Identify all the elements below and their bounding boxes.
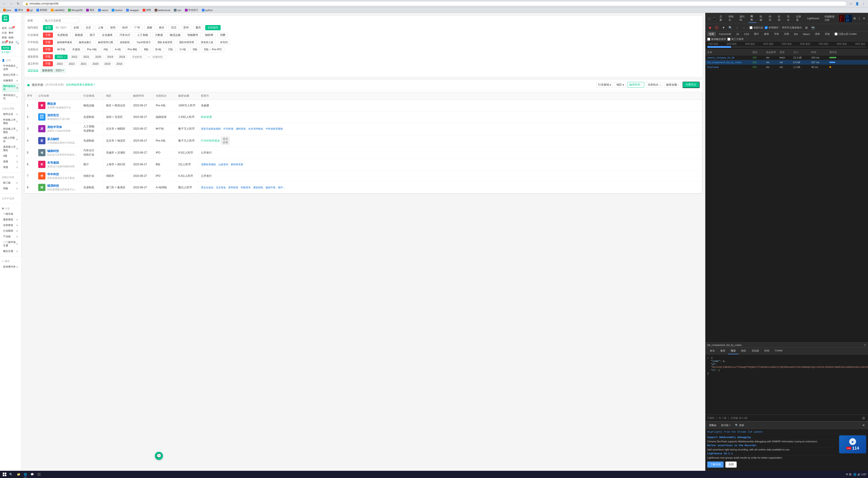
date-end-input[interactable] <box>151 55 167 59</box>
sidebar-market-connect[interactable]: 一二级市场互通⊞ <box>2 239 20 248</box>
net-filter-media[interactable]: 媒体 <box>762 32 771 36</box>
sidebar-hk-stock[interactable]: 港股⊞ <box>2 159 20 164</box>
forward-button[interactable]: → <box>8 1 14 6</box>
filter-recent-unlimited[interactable]: 不限 <box>43 54 53 59</box>
net-filter-font[interactable]: 字体 <box>772 32 781 36</box>
bookmark-project[interactable]: 项目 <box>85 8 96 12</box>
console-tab-search[interactable]: 🔍 搜索 <box>733 423 746 428</box>
bookmark-thesis[interactable]: 毕业设计 <box>184 8 199 12</box>
sidebar-concept-connect[interactable]: 概念互通⊞ <box>2 248 20 254</box>
chat-bubble[interactable]: 💬 <box>155 452 163 460</box>
filter-round-pre-b[interactable]: Pre-B轮 <box>125 47 140 53</box>
filter-pill-round[interactable]: 当前轮次 ↓ <box>646 82 662 88</box>
filter-region-beijing[interactable]: 北京 <box>83 25 94 31</box>
filter-special-unlimited[interactable]: 不限 <box>43 40 53 45</box>
bookmark-swagger[interactable]: swagger <box>125 8 141 12</box>
filter-round-e-ipo[interactable]: E轮 ~ Pre-IPO <box>202 47 224 53</box>
taskbar-app-explorer[interactable]: 📁 <box>16 471 22 478</box>
filter-tags-input[interactable] <box>43 18 79 23</box>
filter-pill-industry[interactable]: 行业领域 ▾ <box>596 82 613 88</box>
investor-link-2[interactable]: 铸创资通 <box>201 115 212 119</box>
bookmark-rabbitmq[interactable]: rabbitMQ <box>50 8 66 12</box>
nav-event[interactable]: 事件 <box>8 31 14 35</box>
devtools-more-icon[interactable]: ⋮ <box>857 15 862 21</box>
bookmark-algo[interactable]: 算法 <box>13 8 24 12</box>
video-thumbnail[interactable]: ▶ new 114 <box>839 435 866 453</box>
devtools-settings-icon[interactable]: ⚙ <box>852 15 857 21</box>
nav-more[interactable]: 更多 <box>8 40 14 45</box>
devtools-tab-security[interactable]: 安全 <box>785 14 793 23</box>
bookmark-thread[interactable]: 多线程 <box>35 8 49 12</box>
network-disable-cache[interactable]: 停用缓存 <box>765 26 778 29</box>
filter-founded-2020[interactable]: 2020 <box>90 62 101 66</box>
console-close-btn[interactable]: ✕ <box>861 422 866 428</box>
filter-industry-iot[interactable]: 物联网 <box>203 32 216 38</box>
devtools-tab-source[interactable]: 源代码 <box>737 14 747 23</box>
sidebar-invest-lib[interactable]: 投资事件库⊞ <box>2 264 20 270</box>
company-name-2[interactable]: 深圳世芯 <box>47 113 70 117</box>
feedback-button-4[interactable]: 意见反馈 <box>221 137 229 145</box>
filter-region-chongqing[interactable]: 重庆 <box>193 25 204 31</box>
filter-special-continuous[interactable]: 连续获投 <box>117 40 132 45</box>
filter-round-b-plus[interactable]: B+轮 <box>153 47 164 53</box>
filter-round-a[interactable]: A轮 <box>101 47 111 53</box>
request-tab-preview[interactable]: 预览 <box>728 348 739 354</box>
sidebar-primary-market[interactable]: 一级市场 <box>2 211 20 217</box>
filter-round-pre-a[interactable]: Pre-A轮 <box>85 47 99 53</box>
bookmark-btn[interactable]: ☆ <box>848 1 854 6</box>
bookmark-nacos[interactable]: nacos <box>97 8 110 12</box>
filter-region-guangzhou[interactable]: 广州 <box>132 25 143 31</box>
devtools-tab-performance[interactable]: 性能 <box>757 14 766 23</box>
filter-round-seed[interactable]: 种子轮 <box>55 47 68 53</box>
filter-industry-energy[interactable]: 新能源 <box>72 32 86 38</box>
filter-round-unlimited[interactable]: 不限 <box>43 47 53 52</box>
filter-industry-unlimited[interactable]: 不限 <box>43 33 53 38</box>
network-row-3[interactable]: heart-beat 200 xhr xhr 1.2 kB 45 ms <box>706 65 868 70</box>
nav-company[interactable]: 公司N <box>8 26 14 31</box>
filter-region-nationwide[interactable]: 全国 <box>71 25 81 31</box>
filter-founded-2018[interactable]: 2018 <box>114 62 125 66</box>
devtools-tab-perf-analysis[interactable]: 性能数据分析 <box>822 14 838 23</box>
table-full-data-link[interactable]: 去机构版查看全量数据 > <box>66 83 95 87</box>
filter-region-chengdu[interactable]: 成都 <box>144 25 155 31</box>
filter-industry-logistics[interactable]: 物流运输 <box>167 32 183 38</box>
sidebar-4-board[interactable]: 四板⊞ <box>2 185 20 191</box>
status-bar-icon[interactable]: ⊡ <box>861 415 866 421</box>
devtools-device-btn[interactable]: 📱 <box>712 15 716 21</box>
filter-year-2023[interactable]: 2023 × <box>55 55 68 59</box>
filter-round-b[interactable]: B轮 <box>142 47 151 53</box>
sidebar-star-market[interactable]: 科创板上市预告⊞ <box>2 117 20 126</box>
sidebar-all-track[interactable]: 全部赛道⊞ <box>2 223 20 228</box>
company-name-3[interactable]: 原粒半导体 <box>47 125 70 129</box>
bookmark-betterwood[interactable]: betterwood <box>153 8 172 12</box>
nav-report[interactable]: 研报 <box>1 35 8 40</box>
date-start-input[interactable] <box>131 55 147 59</box>
bookmark-docker[interactable]: docker <box>110 8 124 12</box>
filter-industry-manufacturing[interactable]: 先进制造 <box>55 32 70 38</box>
filter-region-all-active[interactable]: 全国 <box>43 25 53 30</box>
request-tab-payload[interactable]: 载荷 <box>718 348 728 354</box>
nav-search[interactable]: 🔍 <box>15 40 20 45</box>
net-filter-js[interactable]: JS <box>735 32 741 36</box>
filter-industry-ai[interactable]: 人工智能 <box>135 32 151 38</box>
devtools-close-icon[interactable]: ✕ <box>862 15 866 21</box>
net-filter-doc[interactable]: 文档 <box>782 32 791 36</box>
nav-org[interactable]: 机构 <box>8 35 14 40</box>
bookmark-java[interactable]: java <box>2 8 12 12</box>
filter-round-c-plus[interactable]: C+轮 <box>177 47 188 53</box>
expand-arrow-root[interactable]: ▾ <box>707 357 709 360</box>
sidebar-a-stock[interactable]: A股⊞ <box>2 153 20 159</box>
filter-round-a-plus[interactable]: A+轮 <box>112 47 123 53</box>
filter-industry-consumer[interactable]: 消费 <box>217 32 228 38</box>
request-tab-headers[interactable]: 标头 <box>707 348 718 354</box>
nav-home[interactable]: 首页 <box>1 26 8 31</box>
devtools-tab-recorder[interactable]: 记录器 <box>794 14 804 23</box>
filter-region-all-cities[interactable]: 全部城市 <box>205 25 221 30</box>
investor-link-8[interactable]: 君合众创业、北京资金、君和投资、利粉资本、通道创投、磁创中投、枙中... <box>201 186 285 189</box>
taskbar-windows-icon[interactable] <box>2 472 7 477</box>
net-filter-fetch[interactable]: Fetch/XHR <box>717 32 733 36</box>
company-name-7[interactable]: 华丰科技 <box>47 172 76 176</box>
filter-special-highfreq[interactable]: 融资频率最高 <box>55 40 74 45</box>
filter-year-2021[interactable]: 2021 <box>81 55 92 59</box>
taskbar-lang[interactable]: 中 英 <box>845 472 852 477</box>
